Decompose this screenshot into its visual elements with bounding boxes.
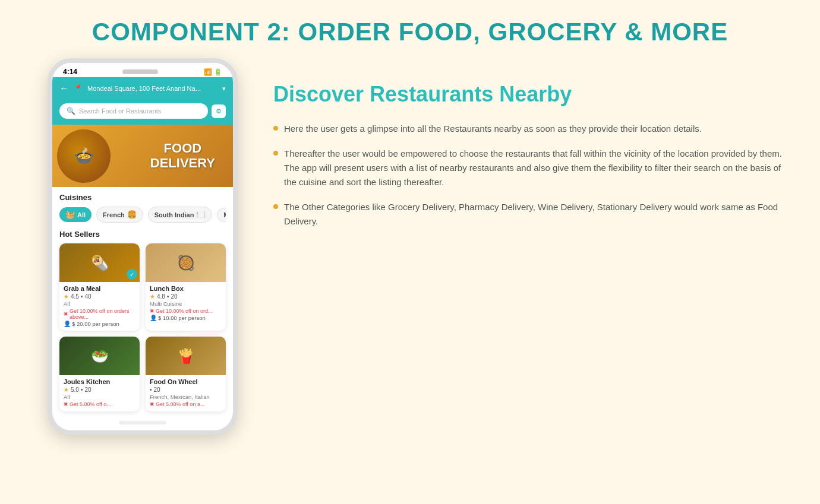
restaurant-name-4: Food On Wheel: [150, 378, 222, 385]
page-title: COMPONENT 2: ORDER FOOD, GROCERY & MORE: [0, 0, 820, 58]
phone-notch: [122, 69, 158, 74]
review-count-4: 20: [154, 386, 160, 393]
location-text[interactable]: Mondeal Square, 100 Feet Anand Na...: [87, 85, 217, 92]
cuisine-tab-all[interactable]: 🧺 All: [59, 207, 92, 222]
card-rating-3: ★ 5.0 • 20: [64, 386, 135, 393]
restaurant-image-2: 🥘: [146, 243, 226, 282]
cuisine-tab-south-indian[interactable]: South Indian 🍽️: [148, 207, 213, 223]
cuisine-tab-multi[interactable]: Multi Cu: [217, 208, 226, 222]
south-indian-emoji: 🍽️: [196, 210, 206, 219]
cuisine-tabs: 🧺 All French 🍔 South Indian 🍽️ Multi Cu: [59, 207, 226, 223]
review-count-3: 20: [84, 386, 91, 393]
restaurant-image-3: 🥗: [59, 337, 140, 375]
hot-sellers-section: Hot Sellers 🌯 ✓ Grab a Meal ★ 4.5 •: [52, 226, 233, 416]
back-arrow-icon[interactable]: ←: [59, 83, 69, 94]
bullet-list: Here the user gets a glimpse into all th…: [273, 122, 784, 229]
location-pin-icon: 📍: [74, 84, 83, 93]
rating-value-3: 5.0: [71, 386, 79, 393]
phone-bottom-bar: [119, 421, 166, 424]
offer-icon-2: ✖: [150, 308, 154, 314]
review-count-2: 20: [171, 293, 177, 300]
offer-icon-4: ✖: [150, 401, 154, 407]
card-rating-4: • 20: [150, 386, 222, 393]
search-placeholder: Search Food or Restaurants: [79, 107, 161, 115]
tab-french-label: French: [103, 211, 125, 218]
french-emoji: 🍔: [127, 210, 137, 219]
card-img-wrapper-4: 🍟: [146, 337, 226, 375]
card-img-wrapper-3: 🥗: [59, 337, 140, 375]
bullet-dot-1: [273, 126, 278, 131]
star-icon-3: ★: [64, 386, 69, 393]
tab-multi-label: Multi Cu: [223, 211, 226, 218]
star-icon-1: ★: [64, 293, 69, 300]
person-icon-1: 👤: [64, 321, 71, 327]
phone-mockup: 4:14 📶 🔋 ← 📍 Mondeal Square, 100 Feet An…: [48, 58, 238, 435]
card-rating-2: ★ 4.8 • 20: [150, 293, 222, 300]
card-cuisine-1: All: [64, 300, 135, 307]
check-badge-1: ✓: [127, 269, 137, 280]
phone-icons: 📶 🔋: [204, 68, 222, 76]
phone-time: 4:14: [63, 68, 77, 76]
filter-button[interactable]: ⚙: [212, 104, 226, 118]
bullet-text-1: Here the user gets a glimpse into all th…: [284, 122, 702, 136]
banner-food-image: 🍲: [57, 129, 111, 183]
cuisine-tab-french[interactable]: French 🍔: [96, 207, 143, 223]
all-emoji: 🧺: [65, 210, 75, 219]
star-icon-2: ★: [150, 293, 155, 300]
search-icon: 🔍: [67, 107, 75, 115]
card-price-1: 👤 $ 20.00 per person: [64, 321, 135, 327]
card-info-2: Lunch Box ★ 4.8 • 20 Multi Cuisine ✖ Get…: [146, 282, 226, 325]
restaurant-card-2[interactable]: 🥘 Lunch Box ★ 4.8 • 20 Multi Cuisine ✖: [146, 243, 226, 331]
right-content: Discover Restaurants Nearby Here the use…: [273, 58, 784, 229]
card-rating-1: ★ 4.5 • 40: [64, 293, 135, 300]
bullet-dot-3: [273, 204, 278, 209]
card-offer-4: ✖ Get 5.00% off on a...: [150, 401, 222, 407]
card-info-1: Grab a Meal ★ 4.5 • 40 All ✖ Get 10.00% …: [59, 282, 140, 331]
tab-south-indian-label: South Indian: [154, 211, 194, 218]
restaurant-name-2: Lunch Box: [150, 285, 222, 292]
hot-sellers-label: Hot Sellers: [59, 230, 226, 239]
rating-value-2: 4.8: [157, 293, 165, 300]
main-content: 4:14 📶 🔋 ← 📍 Mondeal Square, 100 Feet An…: [0, 58, 820, 459]
restaurant-image-4: 🍟: [146, 337, 226, 375]
phone-status-bar: 4:14 📶 🔋: [52, 63, 233, 77]
phone-banner: 🍲 FOOD DELIVERY: [52, 125, 233, 187]
rating-value-1: 4.5: [71, 293, 79, 300]
card-offer-3: ✖ Get 5.00% off o...: [64, 401, 135, 407]
restaurant-grid: 🌯 ✓ Grab a Meal ★ 4.5 • 40 All ✖: [59, 243, 226, 411]
bullet-item-2: Thereafter the user would be empowered t…: [273, 147, 784, 189]
bullet-item-3: The Other Categories like Grocery Delive…: [273, 200, 784, 229]
card-cuisine-4: French, Mexican, Italian: [150, 394, 222, 400]
person-icon-2: 👤: [150, 315, 157, 321]
phone-search-area: 🔍 Search Food or Restaurants ⚙: [52, 100, 233, 125]
banner-text: FOOD DELIVERY: [150, 141, 233, 170]
card-info-4: Food On Wheel • 20 French, Mexican, Ital…: [146, 375, 226, 411]
restaurant-name-1: Grab a Meal: [64, 285, 135, 292]
restaurant-card-1[interactable]: 🌯 ✓ Grab a Meal ★ 4.5 • 40 All ✖: [59, 243, 140, 331]
card-offer-2: ✖ Get 10.00% off on ord...: [150, 308, 222, 314]
restaurant-card-4[interactable]: 🍟 Food On Wheel • 20 French, Mexican, It…: [146, 337, 226, 411]
bullet-text-3: The Other Categories like Grocery Delive…: [284, 200, 784, 229]
phone-header: ← 📍 Mondeal Square, 100 Feet Anand Na...…: [52, 77, 233, 100]
restaurant-card-3[interactable]: 🥗 Joules Kitchen ★ 5.0 • 20 All ✖: [59, 337, 140, 411]
cuisines-label: Cuisines: [59, 193, 226, 202]
card-cuisine-2: Multi Cuisine: [150, 300, 222, 307]
card-info-3: Joules Kitchen ★ 5.0 • 20 All ✖ Get 5.00…: [59, 375, 140, 411]
offer-icon-1: ✖: [64, 311, 68, 317]
bullet-text-2: Thereafter the user would be empowered t…: [284, 147, 784, 189]
bullet-dot-2: [273, 151, 278, 156]
review-count-1: 40: [84, 293, 91, 300]
card-offer-1: ✖ Get 10.00% off on orders above...: [64, 308, 135, 320]
card-img-wrapper-1: 🌯 ✓: [59, 243, 140, 282]
tab-all-label: All: [77, 211, 86, 218]
chevron-down-icon[interactable]: ▾: [222, 85, 226, 93]
offer-icon-3: ✖: [64, 401, 68, 407]
search-bar[interactable]: 🔍 Search Food or Restaurants: [59, 103, 208, 119]
card-price-2: 👤 $ 10.00 per person: [150, 315, 222, 321]
bullet-item-1: Here the user gets a glimpse into all th…: [273, 122, 784, 136]
card-cuisine-3: All: [64, 394, 135, 400]
section-heading: Discover Restaurants Nearby: [273, 82, 784, 107]
card-img-wrapper-2: 🥘: [146, 243, 226, 282]
restaurant-name-3: Joules Kitchen: [64, 378, 135, 385]
phone-cuisines-section: Cuisines 🧺 All French 🍔 South Indian 🍽️ …: [52, 187, 233, 226]
